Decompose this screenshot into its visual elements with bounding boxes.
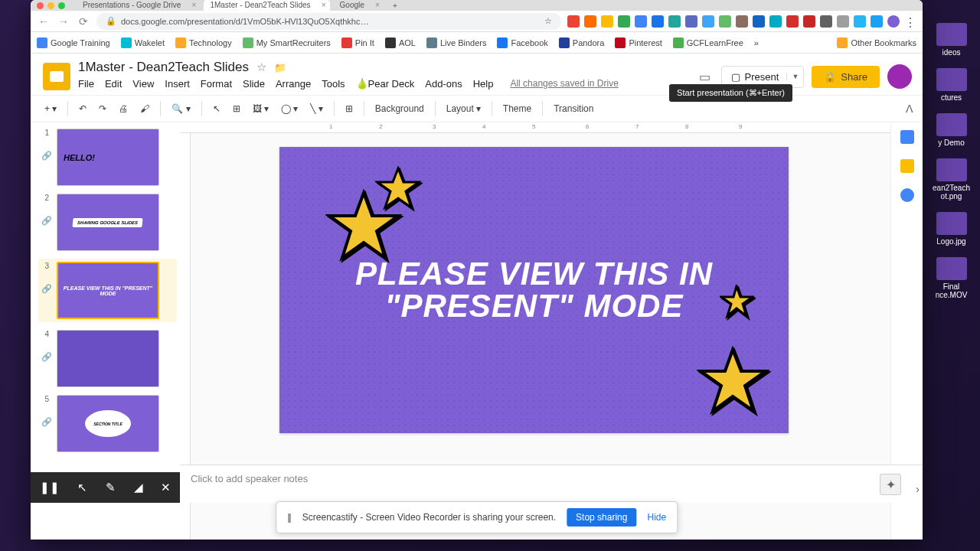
extension-icon[interactable] — [719, 15, 731, 28]
keep-icon[interactable] — [900, 159, 914, 173]
slide-thumbnail[interactable]: HELLO! — [57, 129, 159, 186]
bookmark[interactable]: Pin It — [341, 37, 374, 48]
tasks-icon[interactable] — [900, 188, 914, 202]
extension-icon[interactable] — [635, 15, 647, 28]
new-slide-button[interactable]: + ▾ — [40, 100, 61, 117]
bookmark[interactable]: My SmartRecruiters — [243, 37, 331, 48]
close-tab-icon[interactable]: × — [375, 0, 380, 11]
menu-slide[interactable]: Slide — [243, 78, 265, 90]
explore-button[interactable]: ✦ — [880, 474, 901, 495]
star-shape[interactable] — [697, 346, 769, 422]
comments-icon[interactable]: ▭ — [697, 68, 714, 85]
slide-thumbnail[interactable]: SHARING GOOGLE SLIDES — [57, 194, 159, 251]
desktop-file[interactable]: ean2Teach ot.png — [929, 158, 975, 201]
bookmark-overflow[interactable]: » — [754, 38, 759, 47]
layout-button[interactable]: Layout ▾ — [442, 100, 485, 117]
bookmark[interactable]: GCFLearnFree — [673, 37, 743, 48]
bookmark[interactable]: Live Binders — [426, 37, 487, 48]
minimize-window[interactable] — [47, 2, 54, 9]
slide-thumbnail[interactable]: SECTION TITLE — [57, 395, 159, 452]
zoom-button[interactable]: 🔍 ▾ — [167, 100, 194, 117]
document-title[interactable]: 1Master - Dean2Teach Slides — [78, 60, 249, 75]
extension-icon[interactable] — [601, 15, 613, 28]
close-tab-icon[interactable]: × — [322, 0, 326, 11]
desktop-file[interactable]: y Demo — [929, 113, 975, 147]
comment-button[interactable]: ⊞ — [341, 100, 358, 117]
transition-button[interactable]: Transition — [549, 100, 598, 117]
shape-tool[interactable]: ◯ ▾ — [276, 100, 302, 117]
calendar-icon[interactable] — [900, 130, 914, 144]
hide-share-button[interactable]: Hide — [647, 512, 666, 523]
browser-tab[interactable]: Google× — [334, 0, 384, 11]
menu-pear-deck[interactable]: 🍐Pear Deck — [356, 78, 415, 90]
close-window[interactable] — [37, 2, 44, 9]
present-dropdown-icon[interactable]: ▼ — [786, 73, 799, 80]
forward-button[interactable]: → — [57, 15, 70, 28]
extension-icon[interactable] — [820, 15, 832, 28]
stop-sharing-button[interactable]: Stop sharing — [567, 508, 636, 527]
bookmark[interactable]: Google Training — [37, 37, 110, 48]
menu-tools[interactable]: Tools — [322, 78, 345, 90]
desktop-file[interactable]: Logo.jpg — [929, 212, 975, 246]
extension-icon[interactable] — [803, 15, 815, 28]
back-button[interactable]: ← — [37, 15, 51, 28]
extension-icon[interactable] — [618, 15, 630, 28]
menu-addons[interactable]: Add-ons — [425, 78, 462, 90]
collapse-toolbar-icon[interactable]: ᐱ — [906, 103, 913, 115]
extension-icon[interactable] — [668, 15, 681, 28]
slide-thumbnail[interactable] — [57, 330, 159, 387]
star-shape[interactable] — [720, 285, 754, 322]
undo-button[interactable]: ↶ — [74, 100, 91, 117]
extension-icon[interactable] — [871, 15, 883, 28]
share-button[interactable]: 🔒 Share — [812, 66, 880, 88]
speaker-notes[interactable]: Click to add speaker notes — [180, 465, 923, 503]
close-recording-icon[interactable]: ✕ — [161, 481, 171, 494]
desktop-file[interactable]: ideos — [929, 23, 975, 57]
bookmark[interactable]: Pinterest — [615, 37, 662, 48]
desktop-file[interactable]: Final nce.MOV — [929, 257, 975, 299]
textbox-tool[interactable]: ⊞ — [228, 100, 245, 117]
extension-icon[interactable] — [584, 15, 596, 28]
chrome-menu-icon[interactable]: ⋮ — [904, 15, 916, 28]
theme-button[interactable]: Theme — [498, 100, 536, 117]
browser-tab-active[interactable]: 1Master - Dean2Teach Slides× — [204, 0, 329, 11]
maximize-window[interactable] — [58, 2, 65, 9]
move-folder-icon[interactable]: 📁 — [274, 62, 286, 73]
paint-format-button[interactable]: 🖌 — [136, 100, 154, 117]
star-icon[interactable]: ☆ — [256, 60, 266, 74]
menu-view[interactable]: View — [132, 78, 154, 90]
menu-help[interactable]: Help — [473, 78, 494, 90]
browser-tab[interactable]: Presentations - Google Drive× — [77, 0, 200, 11]
extension-icon[interactable] — [753, 15, 765, 28]
slide-thumbnail-selected[interactable]: PLEASE VIEW THIS IN "PRESENT" MODE — [57, 262, 159, 319]
menu-format[interactable]: Format — [201, 78, 232, 90]
extension-icon[interactable] — [652, 15, 664, 28]
pause-recording-icon[interactable]: ❚❚ — [40, 481, 60, 494]
extension-icon[interactable] — [685, 15, 697, 28]
bookmark[interactable]: Facebook — [497, 37, 547, 48]
extension-icon[interactable] — [567, 15, 580, 28]
bookmark[interactable]: AOL — [385, 37, 416, 48]
cursor-tool-icon[interactable]: ↖ — [77, 481, 87, 494]
menu-arrange[interactable]: Arrange — [276, 78, 311, 90]
background-button[interactable]: Background — [371, 100, 429, 117]
other-bookmarks[interactable]: Other Bookmarks — [837, 37, 916, 48]
redo-button[interactable]: ↷ — [94, 100, 111, 117]
extension-icon[interactable] — [769, 15, 782, 28]
new-tab-button[interactable]: + — [387, 2, 403, 10]
extension-icon[interactable] — [702, 15, 714, 28]
image-tool[interactable]: 🖼 ▾ — [248, 100, 273, 117]
desktop-file[interactable]: ctures — [929, 68, 975, 102]
extension-icon[interactable] — [786, 15, 799, 28]
line-tool[interactable]: ╲ ▾ — [305, 100, 327, 117]
slides-logo-icon[interactable] — [43, 63, 70, 90]
bookmark[interactable]: Wakelet — [121, 37, 165, 48]
extension-icon[interactable] — [854, 15, 866, 28]
bookmark[interactable]: Technology — [175, 37, 232, 48]
next-panel-icon[interactable]: › — [916, 483, 920, 495]
menu-insert[interactable]: Insert — [165, 78, 190, 90]
slide-canvas[interactable]: PLEASE VIEW THIS IN "PRESENT" MODE — [279, 147, 789, 433]
menu-edit[interactable]: Edit — [105, 78, 122, 90]
pen-tool-icon[interactable]: ✎ — [106, 481, 116, 494]
profile-icon[interactable] — [887, 15, 900, 28]
